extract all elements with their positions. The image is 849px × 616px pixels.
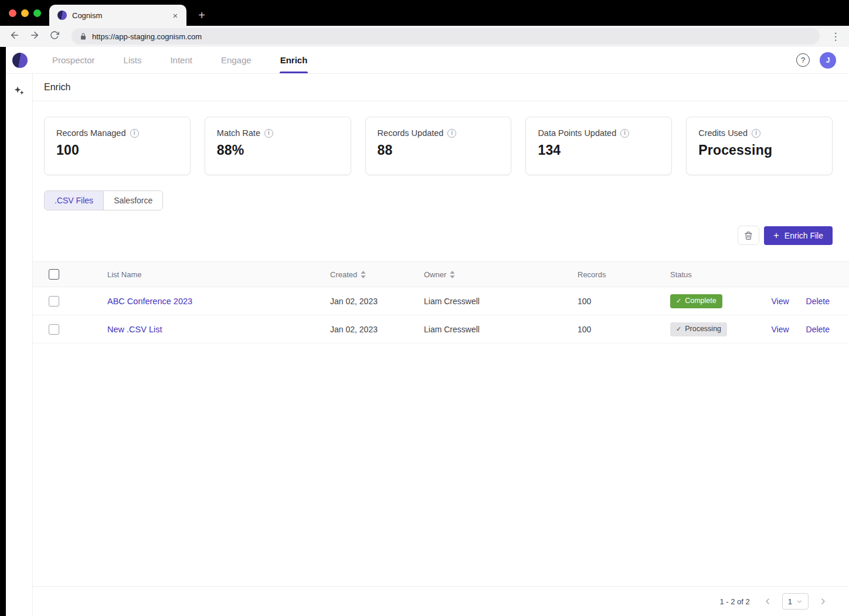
enrich-rail-item[interactable] [12,83,27,98]
delete-link[interactable]: Delete [806,297,830,306]
nav-item-prospector[interactable]: Prospector [52,47,95,73]
window-zoom-button[interactable] [33,9,41,17]
content-spacer [33,343,849,586]
view-link[interactable]: View [771,297,789,306]
stat-card-records-updated: Records Updated i 88 [365,117,512,175]
column-header-status: Status [670,270,692,279]
back-button[interactable] [7,29,22,44]
window-controls [9,9,41,17]
forward-button[interactable] [27,29,42,44]
page-select[interactable]: 1 [782,593,809,610]
tab-close-icon[interactable]: × [170,10,181,21]
stat-card-match-rate: Match Rate i 88% [205,117,351,175]
window-close-button[interactable] [9,9,16,17]
refresh-button[interactable] [47,29,62,44]
pagination: 1 - 2 of 2 1 [33,586,849,616]
check-icon: ✓ [676,298,681,304]
table-actions-row: + Enrich File [44,226,833,245]
column-header-created-sort[interactable]: Created [330,270,366,279]
stat-card-data-points-updated: Data Points Updated i 134 [525,117,672,175]
status-badge: ✓ Processing [670,322,727,336]
status-label: Processing [685,325,721,333]
enrich-file-label: Enrich File [785,231,823,240]
tab-salesforce[interactable]: Salesforce [103,191,162,210]
table-row: New .CSV List Jan 02, 2023 Liam Cresswel… [33,315,849,343]
list-name-link[interactable]: New .CSV List [107,325,162,334]
delete-selected-button[interactable] [738,226,759,245]
question-mark-icon: ? [801,56,805,64]
nav-item-enrich[interactable]: Enrich [280,47,308,73]
row-checkbox[interactable] [49,324,59,335]
records-cell: 100 [578,297,670,306]
nav-item-label: Engage [221,55,252,65]
info-icon[interactable]: i [752,129,760,138]
back-arrow-icon [9,30,20,43]
stat-label: Records Managed [56,128,126,138]
status-badge: ✓ Complete [670,294,722,308]
address-bar[interactable]: https://app-staging.cognism.com [72,28,820,45]
info-icon[interactable]: i [447,129,456,138]
stat-card-records-managed: Records Managed i 100 [44,117,191,175]
stat-label: Data Points Updated [538,128,616,138]
tab-csv-files[interactable]: .CSV Files [45,191,103,210]
nav-item-label: Intent [170,55,192,65]
cognism-favicon-icon [57,11,67,20]
files-table: List Name Created [33,261,849,343]
enrich-file-button[interactable]: + Enrich File [764,226,833,245]
view-link[interactable]: View [771,325,789,334]
nav-item-lists[interactable]: Lists [124,47,142,73]
nav-item-label: Prospector [52,55,95,65]
next-page-button[interactable] [816,594,830,608]
nav-item-label: Lists [124,55,142,65]
previous-page-button[interactable] [760,594,775,608]
records-cell: 100 [578,325,670,334]
lock-icon [80,33,87,40]
app-body: Enrich Records Managed i 100 [6,74,849,616]
nav-item-label: Enrich [280,55,308,65]
trash-icon [744,231,753,240]
column-header-records: Records [578,270,606,279]
main-panel: Enrich Records Managed i 100 [33,74,849,616]
app-header: Prospector Lists Intent Engage Enrich ? [6,47,849,74]
refresh-icon [50,30,59,42]
chevron-right-icon [819,597,828,606]
sort-icon [361,271,366,278]
stats-row: Records Managed i 100 Match Rate i 88% [44,117,833,175]
owner-cell: Liam Cresswell [424,325,578,334]
new-tab-button[interactable]: + [195,8,209,22]
select-all-checkbox[interactable] [49,269,59,280]
delete-link[interactable]: Delete [806,325,830,334]
stat-value: 88 [378,142,500,158]
created-cell: Jan 02, 2023 [330,297,424,306]
current-page: 1 [788,597,792,606]
browser-titlebar: Cognism × + [0,0,849,26]
browser-tab[interactable]: Cognism × [49,5,186,26]
status-label: Complete [685,297,716,305]
nav-item-engage[interactable]: Engage [221,47,252,73]
created-cell: Jan 02, 2023 [330,325,424,334]
window-minimize-button[interactable] [21,9,29,17]
side-rail [6,74,33,616]
page-content: Records Managed i 100 Match Rate i 88% [33,101,849,616]
pagination-range: 1 - 2 of 2 [719,597,749,606]
main-nav: Prospector Lists Intent Engage Enrich [52,47,307,73]
owner-cell: Liam Cresswell [424,297,578,306]
list-name-link[interactable]: ABC Conference 2023 [107,297,192,306]
stat-value: 88% [217,142,339,158]
avatar[interactable]: J [820,52,836,69]
stat-value: 100 [56,142,178,158]
plus-icon: + [773,230,779,240]
browser-toolbar: https://app-staging.cognism.com ⋮ [0,26,849,47]
check-icon: ✓ [676,326,681,332]
info-icon[interactable]: i [264,129,273,138]
help-button[interactable]: ? [796,53,810,67]
browser-menu-button[interactable]: ⋮ [829,30,842,43]
column-header-owner: Owner [424,270,446,279]
nav-item-intent[interactable]: Intent [170,47,192,73]
page-titlebar: Enrich [33,74,849,101]
info-icon[interactable]: i [620,129,629,138]
column-header-owner-sort[interactable]: Owner [424,270,455,279]
row-checkbox[interactable] [49,296,59,307]
info-icon[interactable]: i [130,129,139,138]
stat-value: 134 [538,142,660,158]
